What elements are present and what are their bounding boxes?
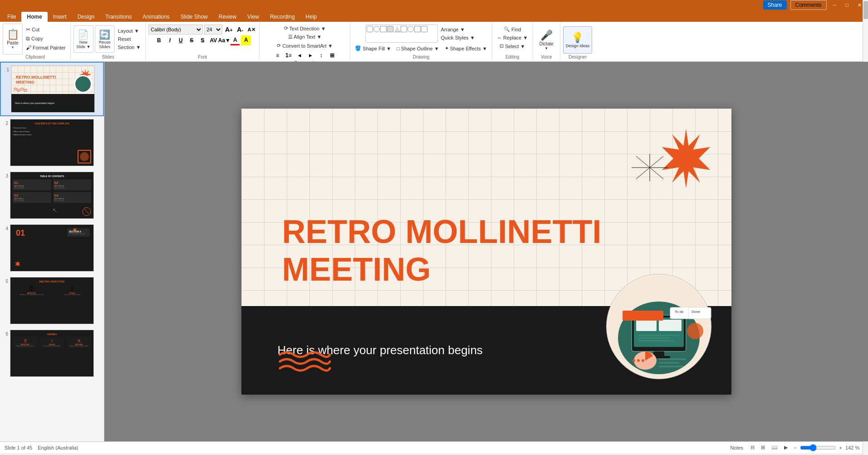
svg-point-29 [633,359,635,362]
main-area: 1 RETRO MOLLINETTIMEETING Here is where … [0,62,868,441]
decrease-indent-button[interactable]: ◂ [294,50,304,60]
circle-illustration: To do Done [604,272,713,381]
zoom-slider[interactable] [800,444,836,451]
slides-group: 📄 New Slide ▼ 🔄 Reuse Slides Layout ▼ Re… [71,23,146,60]
tab-help[interactable]: Help [300,12,323,22]
font-group: Calibri (Body) 24 A+ A- A✕ B I U S S AV … [146,23,260,60]
status-bar: Slide 1 of 45 English (Australia) Notes … [0,441,868,453]
notes-button[interactable]: Notes [727,444,746,451]
slide-preview-4: 01 SECTION A You can describe the topic [10,224,94,272]
svg-text:Done: Done [691,310,701,314]
slide-thumb-2[interactable]: 2 CONTENTS OF THIS TEMPLATE • Some text … [0,116,104,169]
change-case-button[interactable]: Aa▼ [219,35,229,45]
bold-button[interactable]: B [154,35,164,45]
svg-rect-32 [659,358,686,360]
slide-sorter-button[interactable]: ⊞ [759,444,767,451]
paragraph-group: ⟳ Text Direction ▼ ☰ Align Text ▼ ⟳ Conv… [260,23,350,60]
slide-thumb-4[interactable]: 4 01 SECTION A You can describe the topi… [0,222,104,274]
increase-indent-button[interactable]: ▸ [305,50,315,60]
slide-panel: 1 RETRO MOLLINETTIMEETING Here is where … [0,62,104,441]
svg-text:To do: To do [675,310,684,314]
font-name-select[interactable]: Calibri (Body) [148,25,203,35]
design-ideas-button[interactable]: 💡 Design Ideas [563,26,593,54]
tab-review[interactable]: Review [213,12,242,22]
svg-rect-22 [623,311,663,321]
window-minimize[interactable]: ─ [830,1,839,9]
tab-insert[interactable]: Insert [48,12,72,22]
dictate-button[interactable]: 🎤 Dictate ▼ [536,26,556,54]
svg-marker-4 [73,228,77,232]
find-button[interactable]: 🔍 Find [502,25,523,33]
tab-home[interactable]: Home [21,12,47,22]
voice-label: Voice [541,54,552,59]
slide-preview-1: RETRO MOLLINETTIMEETING Here is where yo… [11,65,95,113]
line-spacing-button[interactable]: ↕ [316,50,326,60]
reset-button[interactable]: Reset [116,35,143,43]
svg-marker-5 [662,129,710,188]
slides-label: Slides [102,54,114,59]
slide-thumb-1[interactable]: 1 RETRO MOLLINETTIMEETING Here is where … [0,62,104,116]
cut-button[interactable]: ✂ Cut [24,25,68,34]
layout-button[interactable]: Layout ▼ [116,27,143,35]
quick-styles-button[interactable]: Quick Styles ▼ [439,34,476,41]
font-size-select[interactable]: 24 [204,25,222,35]
slide-main-title[interactable]: RETRO MOLLINETTI MEETING [282,213,602,288]
window-maximize[interactable]: □ [843,1,851,9]
slide-thumb-6[interactable]: 6 AGENDA ☿ MERCURY Mercury is the closes… [0,327,104,380]
columns-button[interactable]: ⊞ [327,50,337,60]
reading-view-button[interactable]: 📖 [770,444,780,451]
slide-count: Slide 1 of 45 [5,445,32,450]
text-direction-button[interactable]: ⟳ Text Direction ▼ [282,25,328,32]
clear-format-button[interactable]: A✕ [246,25,256,35]
shape-outline-button[interactable]: □ Shape Outline ▼ [395,45,441,52]
new-slide-button[interactable]: 📄 New Slide ▼ [74,25,93,53]
increase-font-size-button[interactable]: A+ [224,25,234,35]
canvas-area[interactable]: RETRO MOLLINETTI MEETING Here is where y… [104,62,868,441]
tab-slideshow[interactable]: Slide Show [175,12,213,22]
format-painter-button[interactable]: 🖌 Format Painter [24,44,68,52]
svg-line-2 [84,209,89,214]
editing-group: 🔍 Find ↔ Replace ▼ ⊡ Select ▼ Editing [492,23,533,60]
normal-view-button[interactable]: ⊟ [749,444,756,451]
paste-button[interactable]: 📋 Paste ▼ [3,24,23,54]
strikethrough-button[interactable]: S [186,35,196,45]
tab-design[interactable]: Design [72,12,100,22]
designer-group: 💡 Design Ideas Designer [560,23,595,60]
zoom-out-button[interactable]: − [792,445,798,450]
font-color-button[interactable]: A [230,35,240,45]
share-button[interactable]: Share [763,0,787,10]
arrange-button[interactable]: Arrange ▼ [439,26,476,33]
slide-thumb-3[interactable]: 3 TABLE OF CONTENTS 01 SECTION A You can… [0,169,104,222]
tab-recording[interactable]: Recording [265,12,300,22]
numbering-button[interactable]: 1≡ [284,50,294,60]
section-button[interactable]: Section ▼ [116,44,143,51]
zoom-level[interactable]: 142 % [845,445,863,450]
bullets-button[interactable]: ≡ [273,50,283,60]
copy-button[interactable]: ⧉ Copy [24,35,68,43]
shadow-button[interactable]: S [197,35,207,45]
highlight-button[interactable]: A [241,35,251,45]
convert-smartart-button[interactable]: ⟳ Convert to SmartArt ▼ [275,42,334,49]
align-text-button[interactable]: ☰ Align Text ▼ [286,33,324,41]
italic-button[interactable]: I [165,35,175,45]
svg-point-30 [637,359,640,362]
zoom-in-button[interactable]: + [838,445,843,450]
char-spacing-button[interactable]: AV [208,35,218,45]
svg-point-31 [642,359,644,362]
slide-thumb-5[interactable]: 5 MEETING OBJECTIVES ☿ MERCURY Mercury i… [0,274,104,327]
select-button[interactable]: ⊡ Select ▼ [498,42,527,50]
shape-effects-button[interactable]: ✦ Shape Effects ▼ [443,45,489,52]
comments-button[interactable]: Comments [790,0,827,10]
tab-view[interactable]: View [242,12,265,22]
tab-animations[interactable]: Animations [137,12,175,22]
shape-fill-button[interactable]: 🪣 Shape Fill ▼ [353,45,393,52]
slideshow-button[interactable]: ▶ [782,444,790,451]
tab-file[interactable]: File [2,12,21,22]
drawing-label: Drawing [413,54,430,59]
svg-rect-15 [636,320,657,331]
reuse-slides-button[interactable]: 🔄 Reuse Slides [95,25,115,53]
underline-button[interactable]: U [176,35,186,45]
decrease-font-size-button[interactable]: A- [235,25,245,35]
tab-transitions[interactable]: Transitions [100,12,137,22]
replace-button[interactable]: ↔ Replace ▼ [495,34,530,41]
